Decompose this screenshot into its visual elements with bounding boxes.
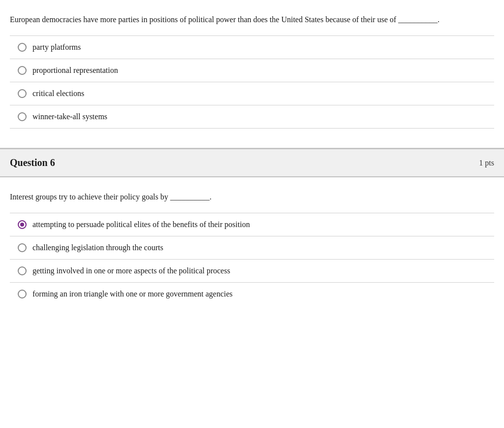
question-5-option-1[interactable]: party platforms xyxy=(10,35,494,59)
quiz-container: European democracies have more parties i… xyxy=(0,0,504,310)
question-6-title: Question 6 xyxy=(10,157,55,168)
question-6-body: Interest groups try to achieve their pol… xyxy=(0,177,504,310)
question-6-option-3[interactable]: getting involved in one or more aspects … xyxy=(10,259,494,282)
option-label-q5-b: proportional representation xyxy=(32,66,118,75)
question-5-options: party platformsproportional representati… xyxy=(10,35,494,129)
radio-q6-b[interactable] xyxy=(18,243,27,252)
question-6-option-4[interactable]: forming an iron triangle with one or mor… xyxy=(10,282,494,305)
question-6-text: Interest groups try to achieve their pol… xyxy=(10,191,494,203)
radio-q5-d[interactable] xyxy=(18,112,27,121)
question-5-text: European democracies have more parties i… xyxy=(10,14,494,26)
question-6-options: attempting to persuade political elites … xyxy=(10,213,494,305)
radio-q5-c[interactable] xyxy=(18,89,27,98)
radio-q6-d[interactable] xyxy=(18,290,27,298)
question-5-option-3[interactable]: critical elections xyxy=(10,82,494,105)
question-6-header: Question 6 1 pts xyxy=(0,148,504,177)
question-5-option-2[interactable]: proportional representation xyxy=(10,59,494,82)
question-5-body: European democracies have more parties i… xyxy=(0,0,504,133)
option-label-q6-b: challenging legislation through the cour… xyxy=(32,243,163,252)
question-6-pts: 1 pts xyxy=(479,159,494,167)
section-gap xyxy=(0,133,504,148)
question-6-option-2[interactable]: challenging legislation through the cour… xyxy=(10,236,494,259)
option-label-q5-a: party platforms xyxy=(32,43,81,52)
radio-q6-c[interactable] xyxy=(18,266,27,275)
option-label-q5-c: critical elections xyxy=(32,89,84,98)
option-label-q5-d: winner-take-all systems xyxy=(32,112,107,121)
question-5-option-4[interactable]: winner-take-all systems xyxy=(10,105,494,129)
radio-q5-a[interactable] xyxy=(18,43,27,52)
option-label-q6-d: forming an iron triangle with one or mor… xyxy=(32,290,233,298)
option-label-q6-a: attempting to persuade political elites … xyxy=(32,220,250,229)
option-label-q6-c: getting involved in one or more aspects … xyxy=(32,266,230,275)
question-6-option-1[interactable]: attempting to persuade political elites … xyxy=(10,213,494,236)
radio-q5-b[interactable] xyxy=(18,66,27,75)
radio-q6-a[interactable] xyxy=(18,220,27,229)
